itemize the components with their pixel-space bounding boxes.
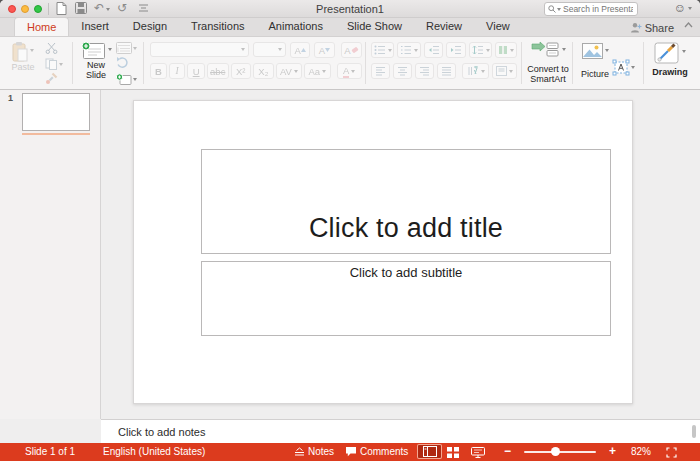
eraser-icon [351,46,359,54]
change-case-button[interactable]: Aa [304,63,330,79]
align-right-icon [419,66,430,76]
font-color-button[interactable]: A [337,63,362,79]
numbering-button[interactable] [397,42,420,58]
search-icon [548,5,556,13]
align-text-icon [496,66,507,76]
picture-button[interactable]: Picture [578,43,612,79]
zoom-in-button[interactable]: + [609,445,616,457]
tab-review[interactable]: Review [414,17,474,36]
line-spacing-caret-icon [486,49,490,52]
notes-scrollbar-thumb[interactable] [692,425,696,438]
font-color-caret-icon [351,70,355,73]
notes-toggle-button[interactable]: Notes [294,446,334,457]
italic-button[interactable]: I [169,63,186,79]
reset-slide-icon[interactable] [116,56,137,71]
picture-label: Picture [578,69,612,79]
drawing-button[interactable]: Drawing [649,41,691,77]
align-left-icon [375,66,386,76]
convert-to-smartart-button[interactable]: Convert to SmartArt [527,41,569,84]
justify-button[interactable] [437,63,456,79]
line-spacing-button[interactable] [469,42,492,58]
copy-icon[interactable] [45,58,63,70]
comments-toggle-button[interactable]: Comments [345,446,408,457]
tab-transitions[interactable]: Transitions [179,17,256,36]
feedback-smiley-button[interactable]: ☺ [674,2,692,15]
tab-slide-show[interactable]: Slide Show [335,17,414,36]
tab-animations[interactable]: Animations [257,17,335,36]
slide-sorter-view-button[interactable] [447,447,459,458]
increase-font-size-button[interactable]: A [290,42,310,58]
superscript-button[interactable]: X² [231,63,252,79]
align-center-button[interactable] [393,63,412,79]
align-text-button[interactable] [492,63,517,79]
slide-show-icon [471,447,485,458]
zoom-out-button[interactable]: − [504,445,511,457]
font-name-select[interactable] [150,42,249,57]
slide-show-view-button[interactable] [471,447,485,458]
section-icon[interactable] [116,73,137,85]
statusbar: Slide 1 of 1 English (United States) Not… [0,443,700,461]
align-right-button[interactable] [415,63,434,79]
zoom-slider-knob[interactable] [551,447,560,456]
cut-icon[interactable] [45,42,63,56]
increase-size-arrow-icon [301,48,306,53]
decrease-size-arrow-icon [325,48,330,53]
tab-insert[interactable]: Insert [69,17,121,36]
change-case-caret-icon [322,70,326,73]
zoom-percent[interactable]: 82% [631,446,651,457]
bold-button[interactable]: B [150,63,167,79]
format-painter-icon[interactable] [45,72,63,87]
content-area: 1 Click to add title Click to add subtit… [0,90,700,419]
text-box-button[interactable] [612,59,635,76]
smartart-label-line2: SmartArt [527,74,569,84]
character-spacing-button[interactable]: AV [276,63,302,79]
subtitle-placeholder[interactable]: Click to add subtitle [201,261,611,336]
font-size-select[interactable] [253,42,286,57]
drawing-icon [654,41,680,65]
fit-slide-to-window-button[interactable] [666,447,677,458]
new-slide-button[interactable]: New Slide [78,41,114,80]
smiley-icon: ☺ [674,2,686,15]
slide-layout-icon[interactable] [116,42,137,54]
clear-formatting-button[interactable]: A [341,42,362,58]
slide-canvas[interactable]: Click to add title Click to add subtitle [133,100,633,404]
underline-button[interactable]: U [187,63,205,79]
increase-indent-button[interactable] [446,42,466,58]
subscript-button[interactable]: X₂ [253,63,274,79]
normal-view-button[interactable] [417,444,442,459]
search-scope-caret-icon[interactable] [557,8,561,11]
smartart-caret-icon [562,48,566,51]
tab-home[interactable]: Home [14,17,69,36]
text-direction-button[interactable] [462,63,489,79]
slide-sorter-icon [447,447,459,458]
bullets-button[interactable] [371,42,394,58]
tab-view[interactable]: View [474,17,522,36]
title-placeholder[interactable]: Click to add title [201,149,611,254]
zoom-slider-track[interactable] [524,451,596,453]
numbering-caret-icon [414,49,418,52]
search-box[interactable] [544,2,638,16]
align-left-button[interactable] [371,63,390,79]
bullets-icon [374,45,386,55]
tab-design[interactable]: Design [121,17,179,36]
comments-icon [345,446,357,457]
copy-caret-icon [59,63,63,66]
strikethrough-button[interactable]: abc [207,63,229,79]
columns-button[interactable] [495,42,517,58]
decrease-font-size-button[interactable]: A [314,42,334,58]
decrease-indent-button[interactable] [424,42,444,58]
search-input[interactable] [563,4,633,14]
line-spacing-icon [472,45,484,55]
smartart-icon [530,41,560,58]
subtitle-placeholder-text: Click to add subtitle [350,262,463,280]
new-slide-label-line1: New [78,60,114,70]
collapse-ribbon-chevron-icon[interactable] [684,22,692,30]
paste-button[interactable]: Paste [6,41,40,72]
section-caret-icon [133,78,137,81]
smiley-caret-icon [688,7,692,10]
ribbon: Paste New Slide [0,37,700,90]
slide-1-thumbnail[interactable] [22,93,90,131]
notes-pane[interactable]: Click to add notes [101,419,700,443]
share-button[interactable]: Share [630,18,674,37]
language-status[interactable]: English (United States) [103,446,205,457]
